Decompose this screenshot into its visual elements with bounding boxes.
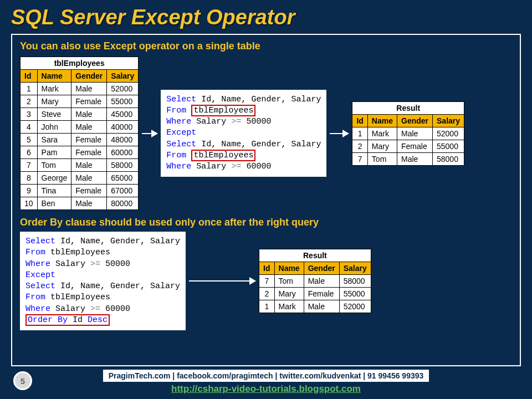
- col-head-salary: Salary: [107, 70, 139, 83]
- table-title: Result: [259, 249, 371, 262]
- highlight-table: tblEmployees: [191, 150, 255, 161]
- employees-table: tblEmployees Id Name Gender Salary 1Mark…: [20, 57, 139, 210]
- subheading-2: Order By clause should be used only once…: [20, 217, 512, 228]
- row-1: tblEmployees Id Name Gender Salary 1Mark…: [20, 57, 512, 210]
- highlight-orderby: Order By Id Desc: [25, 314, 110, 326]
- table-row: 2MaryFemale55000: [21, 95, 139, 108]
- col-head-name: Name: [37, 70, 71, 83]
- arrow-icon: [189, 280, 255, 282]
- arrow-icon: [330, 133, 349, 134]
- footer-credits: PragimTech.com | facebook.com/pragimtech…: [103, 369, 430, 382]
- col-head-id: Id: [21, 70, 38, 83]
- arrow-icon: [142, 133, 157, 134]
- subheading-1: You can also use Except operator on a si…: [20, 40, 512, 52]
- table-row: 2MaryFemale55000: [259, 288, 371, 300]
- table-row: 8GeorgeMale65000: [21, 172, 139, 185]
- table-row: 1MarkMale52000: [352, 127, 464, 140]
- table-row: 1MarkMale52000: [21, 83, 139, 95]
- result-table-1: Result Id Name Gender Salary 1MarkMale52…: [352, 101, 464, 166]
- table-title: Result: [352, 101, 464, 114]
- footer-link[interactable]: http://csharp-video-tutorials.blogspot.c…: [0, 383, 532, 395]
- table-row: 7TomMale58000: [21, 159, 139, 172]
- result-table-2: Result Id Name Gender Salary 7TomMale580…: [259, 249, 371, 313]
- row-2: Select Id, Name, Gender, Salary From tbl…: [20, 232, 512, 330]
- table-row: 2MaryFemale55000: [352, 140, 464, 152]
- slide-title: SQL Server Except Operator: [0, 0, 532, 34]
- table-row: 1MarkMale52000: [259, 300, 371, 313]
- table-row: 9TinaFemale67000: [21, 185, 139, 197]
- footer: PragimTech.com | facebook.com/pragimtech…: [0, 369, 532, 395]
- table-row: 6PamFemale60000: [21, 146, 139, 159]
- highlight-table: tblEmployees: [191, 105, 255, 116]
- table-title: tblEmployees: [21, 57, 139, 70]
- table-row: 5SaraFemale48000: [21, 134, 139, 146]
- content-box: You can also use Except operator on a si…: [11, 34, 521, 366]
- table-row: 10BenMale80000: [21, 197, 139, 210]
- table-row: 3SteveMale45000: [21, 108, 139, 121]
- col-head-gender: Gender: [71, 70, 107, 83]
- table-row: 7TomMale58000: [259, 275, 371, 288]
- table-row: 7TomMale58000: [352, 152, 464, 165]
- sql-query-1: Select Id, Name, Gender, Salary From tbl…: [161, 90, 326, 177]
- table-row: 4JohnMale40000: [21, 121, 139, 134]
- sql-query-2: Select Id, Name, Gender, Salary From tbl…: [20, 232, 186, 330]
